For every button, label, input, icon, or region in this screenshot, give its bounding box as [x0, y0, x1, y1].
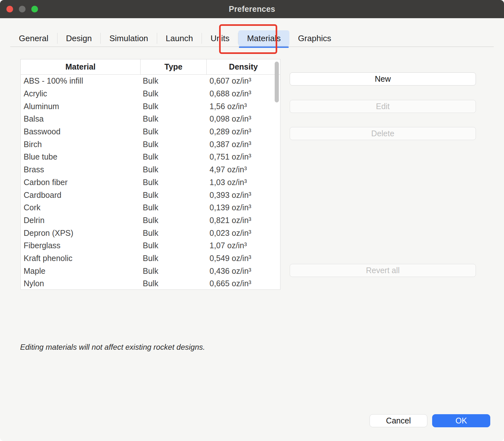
density-cell: 0,751 oz/in³: [207, 152, 280, 161]
density-cell: 0,387 oz/in³: [207, 140, 280, 149]
type-cell: Bulk: [141, 203, 207, 212]
material-cell: ABS - 100% infill: [21, 76, 141, 86]
density-cell: 0,139 oz/in³: [207, 203, 280, 212]
type-cell: Bulk: [141, 114, 207, 123]
material-cell: Aluminum: [21, 102, 141, 111]
type-cell: Bulk: [141, 152, 207, 161]
density-cell: 1,03 oz/in³: [207, 178, 280, 187]
table-row[interactable]: BirchBulk0,387 oz/in³: [21, 138, 280, 151]
preferences-window: Preferences General Design Simulation La…: [0, 0, 504, 441]
tabbar-divider: [10, 47, 494, 47]
table-row[interactable]: Depron (XPS)Bulk0,023 oz/in³: [21, 227, 280, 239]
material-cell: Delrin: [21, 216, 141, 225]
table-row[interactable]: NylonBulk0,665 oz/in³: [21, 277, 280, 290]
material-cell: Cork: [21, 203, 141, 212]
tab-design[interactable]: Design: [57, 30, 101, 46]
zoom-button[interactable]: [31, 6, 38, 12]
table-header: Material Type Density: [21, 59, 280, 75]
cancel-button[interactable]: Cancel: [370, 414, 427, 427]
revert-all-button[interactable]: Revert all: [290, 264, 476, 277]
material-cell: Kraft phenolic: [21, 254, 141, 263]
table-row[interactable]: BalsaBulk0,098 oz/in³: [21, 113, 280, 125]
table-row[interactable]: Carbon fiberBulk1,03 oz/in³: [21, 176, 280, 189]
type-cell: Bulk: [141, 140, 207, 149]
type-cell: Bulk: [141, 178, 207, 187]
density-cell: 1,56 oz/in³: [207, 102, 280, 111]
edit-button[interactable]: Edit: [290, 100, 476, 113]
close-button[interactable]: [6, 6, 13, 12]
material-cell: Fiberglass: [21, 241, 141, 250]
type-cell: Bulk: [141, 127, 207, 136]
tab-graphics[interactable]: Graphics: [289, 30, 340, 46]
type-cell: Bulk: [141, 254, 207, 263]
traffic-lights: [6, 0, 38, 18]
density-cell: 4,97 oz/in³: [207, 165, 280, 174]
material-cell: Basswood: [21, 127, 141, 136]
material-cell: Maple: [21, 266, 141, 276]
density-cell: 0,023 oz/in³: [207, 228, 280, 238]
tab-units[interactable]: Units: [202, 30, 238, 46]
density-cell: 0,436 oz/in³: [207, 266, 280, 276]
material-cell: Birch: [21, 140, 141, 149]
type-cell: Bulk: [141, 165, 207, 174]
column-header-material[interactable]: Material: [21, 59, 141, 74]
type-cell: Bulk: [141, 241, 207, 250]
note-text: Editing materials will not affect existi…: [20, 343, 205, 352]
type-cell: Bulk: [141, 216, 207, 225]
material-cell: Depron (XPS): [21, 228, 141, 238]
type-cell: Bulk: [141, 76, 207, 86]
density-cell: 1,07 oz/in³: [207, 241, 280, 250]
density-cell: 0,607 oz/in³: [207, 76, 280, 86]
material-cell: Nylon: [21, 279, 141, 288]
density-cell: 0,688 oz/in³: [207, 89, 280, 98]
table-row[interactable]: ABS - 100% infillBulk0,607 oz/in³: [21, 75, 280, 87]
type-cell: Bulk: [141, 102, 207, 111]
table-row[interactable]: BrassBulk4,97 oz/in³: [21, 163, 280, 176]
table-row[interactable]: Blue tubeBulk0,751 oz/in³: [21, 151, 280, 163]
table-row[interactable]: MapleBulk0,436 oz/in³: [21, 265, 280, 277]
material-cell: Acrylic: [21, 89, 141, 98]
table-body: ABS - 100% infillBulk0,607 oz/in³Acrylic…: [21, 75, 280, 290]
material-cell: Brass: [21, 165, 141, 174]
tab-bar: General Design Simulation Launch Units M…: [10, 30, 494, 47]
material-cell: Cardboard: [21, 191, 141, 200]
delete-button[interactable]: Delete: [290, 127, 476, 140]
type-cell: Bulk: [141, 191, 207, 200]
material-cell: Carbon fiber: [21, 178, 141, 187]
material-cell: Blue tube: [21, 152, 141, 161]
table-row[interactable]: CardboardBulk0,393 oz/in³: [21, 189, 280, 201]
type-cell: Bulk: [141, 228, 207, 238]
table-row[interactable]: FiberglassBulk1,07 oz/in³: [21, 239, 280, 252]
table-row[interactable]: Kraft phenolicBulk0,549 oz/in³: [21, 252, 280, 265]
table-row[interactable]: AluminumBulk1,56 oz/in³: [21, 100, 280, 113]
materials-table: Material Type Density ABS - 100% infillB…: [20, 59, 280, 290]
minimize-button[interactable]: [19, 6, 26, 12]
density-cell: 0,289 oz/in³: [207, 127, 280, 136]
density-cell: 0,665 oz/in³: [207, 279, 280, 288]
column-header-type[interactable]: Type: [141, 59, 207, 74]
table-row[interactable]: AcrylicBulk0,688 oz/in³: [21, 87, 280, 100]
column-header-density[interactable]: Density: [207, 59, 280, 74]
vertical-scrollbar[interactable]: [275, 62, 279, 102]
type-cell: Bulk: [141, 279, 207, 288]
tab-simulation[interactable]: Simulation: [101, 30, 157, 46]
density-cell: 0,393 oz/in³: [207, 191, 280, 200]
type-cell: Bulk: [141, 266, 207, 276]
titlebar: Preferences: [0, 0, 504, 18]
density-cell: 0,098 oz/in³: [207, 114, 280, 123]
table-row[interactable]: BasswoodBulk0,289 oz/in³: [21, 125, 280, 138]
material-cell: Balsa: [21, 114, 141, 123]
tab-launch[interactable]: Launch: [157, 30, 202, 46]
ok-button[interactable]: OK: [432, 414, 490, 427]
density-cell: 0,821 oz/in³: [207, 216, 280, 225]
density-cell: 0,549 oz/in³: [207, 254, 280, 263]
tab-materials[interactable]: Materials: [238, 30, 289, 46]
table-row[interactable]: DelrinBulk0,821 oz/in³: [21, 214, 280, 227]
type-cell: Bulk: [141, 89, 207, 98]
new-button[interactable]: New: [290, 72, 476, 86]
table-row[interactable]: CorkBulk0,139 oz/in³: [21, 201, 280, 214]
window-title: Preferences: [229, 4, 275, 14]
tab-general[interactable]: General: [10, 30, 57, 46]
